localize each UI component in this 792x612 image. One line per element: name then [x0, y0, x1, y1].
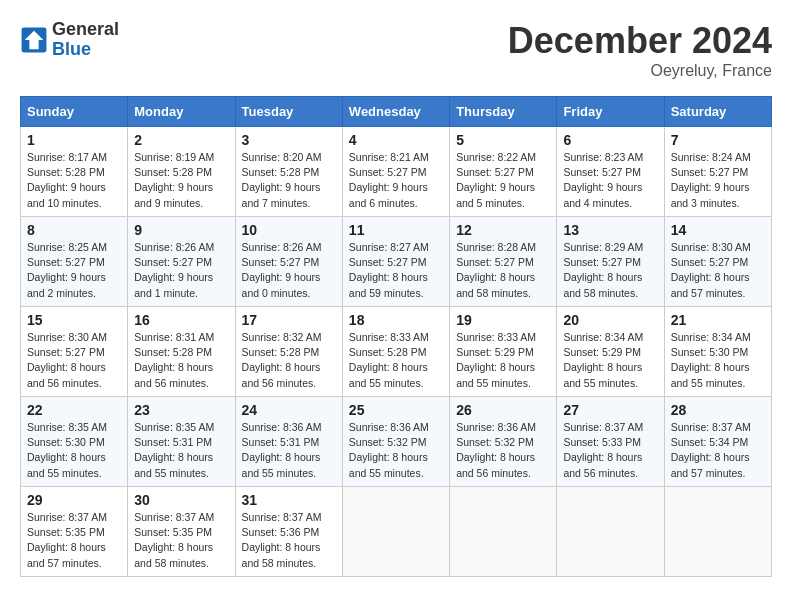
calendar-week-row: 1Sunrise: 8:17 AMSunset: 5:28 PMDaylight…: [21, 127, 772, 217]
day-number: 7: [671, 132, 765, 148]
day-detail: Sunrise: 8:22 AMSunset: 5:27 PMDaylight:…: [456, 150, 550, 211]
calendar-cell: 29Sunrise: 8:37 AMSunset: 5:35 PMDayligh…: [21, 487, 128, 577]
day-number: 17: [242, 312, 336, 328]
calendar-table: SundayMondayTuesdayWednesdayThursdayFrid…: [20, 96, 772, 577]
calendar-cell: 13Sunrise: 8:29 AMSunset: 5:27 PMDayligh…: [557, 217, 664, 307]
page-header: General Blue December 2024 Oeyreluy, Fra…: [20, 20, 772, 80]
day-number: 26: [456, 402, 550, 418]
day-detail: Sunrise: 8:30 AMSunset: 5:27 PMDaylight:…: [27, 330, 121, 391]
logo-blue-label: Blue: [52, 40, 119, 60]
day-detail: Sunrise: 8:28 AMSunset: 5:27 PMDaylight:…: [456, 240, 550, 301]
calendar-cell: 20Sunrise: 8:34 AMSunset: 5:29 PMDayligh…: [557, 307, 664, 397]
day-detail: Sunrise: 8:35 AMSunset: 5:30 PMDaylight:…: [27, 420, 121, 481]
day-detail: Sunrise: 8:37 AMSunset: 5:36 PMDaylight:…: [242, 510, 336, 571]
calendar-week-row: 29Sunrise: 8:37 AMSunset: 5:35 PMDayligh…: [21, 487, 772, 577]
day-detail: Sunrise: 8:26 AMSunset: 5:27 PMDaylight:…: [134, 240, 228, 301]
day-detail: Sunrise: 8:24 AMSunset: 5:27 PMDaylight:…: [671, 150, 765, 211]
calendar-cell: 8Sunrise: 8:25 AMSunset: 5:27 PMDaylight…: [21, 217, 128, 307]
calendar-cell: 18Sunrise: 8:33 AMSunset: 5:28 PMDayligh…: [342, 307, 449, 397]
calendar-cell: 21Sunrise: 8:34 AMSunset: 5:30 PMDayligh…: [664, 307, 771, 397]
calendar-cell: [450, 487, 557, 577]
day-number: 18: [349, 312, 443, 328]
weekday-header-saturday: Saturday: [664, 97, 771, 127]
day-detail: Sunrise: 8:37 AMSunset: 5:35 PMDaylight:…: [27, 510, 121, 571]
weekday-header-monday: Monday: [128, 97, 235, 127]
weekday-header-friday: Friday: [557, 97, 664, 127]
calendar-cell: 4Sunrise: 8:21 AMSunset: 5:27 PMDaylight…: [342, 127, 449, 217]
calendar-cell: 19Sunrise: 8:33 AMSunset: 5:29 PMDayligh…: [450, 307, 557, 397]
calendar-cell: [557, 487, 664, 577]
day-detail: Sunrise: 8:31 AMSunset: 5:28 PMDaylight:…: [134, 330, 228, 391]
day-detail: Sunrise: 8:33 AMSunset: 5:29 PMDaylight:…: [456, 330, 550, 391]
day-number: 9: [134, 222, 228, 238]
calendar-week-row: 8Sunrise: 8:25 AMSunset: 5:27 PMDaylight…: [21, 217, 772, 307]
calendar-cell: 6Sunrise: 8:23 AMSunset: 5:27 PMDaylight…: [557, 127, 664, 217]
day-detail: Sunrise: 8:21 AMSunset: 5:27 PMDaylight:…: [349, 150, 443, 211]
day-detail: Sunrise: 8:20 AMSunset: 5:28 PMDaylight:…: [242, 150, 336, 211]
logo-icon: [20, 26, 48, 54]
day-number: 3: [242, 132, 336, 148]
day-number: 14: [671, 222, 765, 238]
calendar-cell: 10Sunrise: 8:26 AMSunset: 5:27 PMDayligh…: [235, 217, 342, 307]
day-number: 4: [349, 132, 443, 148]
calendar-cell: 16Sunrise: 8:31 AMSunset: 5:28 PMDayligh…: [128, 307, 235, 397]
calendar-cell: 26Sunrise: 8:36 AMSunset: 5:32 PMDayligh…: [450, 397, 557, 487]
title-area: December 2024 Oeyreluy, France: [508, 20, 772, 80]
day-number: 12: [456, 222, 550, 238]
logo: General Blue: [20, 20, 119, 60]
day-detail: Sunrise: 8:25 AMSunset: 5:27 PMDaylight:…: [27, 240, 121, 301]
day-detail: Sunrise: 8:23 AMSunset: 5:27 PMDaylight:…: [563, 150, 657, 211]
day-number: 8: [27, 222, 121, 238]
calendar-week-row: 15Sunrise: 8:30 AMSunset: 5:27 PMDayligh…: [21, 307, 772, 397]
day-detail: Sunrise: 8:36 AMSunset: 5:32 PMDaylight:…: [349, 420, 443, 481]
calendar-cell: 23Sunrise: 8:35 AMSunset: 5:31 PMDayligh…: [128, 397, 235, 487]
weekday-header-sunday: Sunday: [21, 97, 128, 127]
calendar-cell: 11Sunrise: 8:27 AMSunset: 5:27 PMDayligh…: [342, 217, 449, 307]
day-number: 2: [134, 132, 228, 148]
day-number: 13: [563, 222, 657, 238]
calendar-cell: 12Sunrise: 8:28 AMSunset: 5:27 PMDayligh…: [450, 217, 557, 307]
day-detail: Sunrise: 8:30 AMSunset: 5:27 PMDaylight:…: [671, 240, 765, 301]
day-detail: Sunrise: 8:36 AMSunset: 5:31 PMDaylight:…: [242, 420, 336, 481]
logo-general-label: General: [52, 20, 119, 40]
calendar-cell: 31Sunrise: 8:37 AMSunset: 5:36 PMDayligh…: [235, 487, 342, 577]
day-detail: Sunrise: 8:26 AMSunset: 5:27 PMDaylight:…: [242, 240, 336, 301]
day-detail: Sunrise: 8:34 AMSunset: 5:30 PMDaylight:…: [671, 330, 765, 391]
day-number: 25: [349, 402, 443, 418]
calendar-cell: 1Sunrise: 8:17 AMSunset: 5:28 PMDaylight…: [21, 127, 128, 217]
calendar-cell: 3Sunrise: 8:20 AMSunset: 5:28 PMDaylight…: [235, 127, 342, 217]
calendar-cell: 15Sunrise: 8:30 AMSunset: 5:27 PMDayligh…: [21, 307, 128, 397]
day-detail: Sunrise: 8:37 AMSunset: 5:35 PMDaylight:…: [134, 510, 228, 571]
day-detail: Sunrise: 8:17 AMSunset: 5:28 PMDaylight:…: [27, 150, 121, 211]
day-detail: Sunrise: 8:37 AMSunset: 5:34 PMDaylight:…: [671, 420, 765, 481]
day-number: 27: [563, 402, 657, 418]
day-number: 30: [134, 492, 228, 508]
calendar-cell: 14Sunrise: 8:30 AMSunset: 5:27 PMDayligh…: [664, 217, 771, 307]
calendar-cell: 25Sunrise: 8:36 AMSunset: 5:32 PMDayligh…: [342, 397, 449, 487]
calendar-cell: 17Sunrise: 8:32 AMSunset: 5:28 PMDayligh…: [235, 307, 342, 397]
day-number: 29: [27, 492, 121, 508]
day-number: 28: [671, 402, 765, 418]
calendar-cell: 24Sunrise: 8:36 AMSunset: 5:31 PMDayligh…: [235, 397, 342, 487]
calendar-cell: [342, 487, 449, 577]
calendar-cell: 22Sunrise: 8:35 AMSunset: 5:30 PMDayligh…: [21, 397, 128, 487]
day-number: 23: [134, 402, 228, 418]
day-detail: Sunrise: 8:27 AMSunset: 5:27 PMDaylight:…: [349, 240, 443, 301]
calendar-cell: 5Sunrise: 8:22 AMSunset: 5:27 PMDaylight…: [450, 127, 557, 217]
day-detail: Sunrise: 8:19 AMSunset: 5:28 PMDaylight:…: [134, 150, 228, 211]
calendar-cell: 28Sunrise: 8:37 AMSunset: 5:34 PMDayligh…: [664, 397, 771, 487]
day-number: 5: [456, 132, 550, 148]
day-number: 19: [456, 312, 550, 328]
day-detail: Sunrise: 8:32 AMSunset: 5:28 PMDaylight:…: [242, 330, 336, 391]
calendar-cell: 7Sunrise: 8:24 AMSunset: 5:27 PMDaylight…: [664, 127, 771, 217]
logo-text: General Blue: [52, 20, 119, 60]
day-number: 16: [134, 312, 228, 328]
weekday-header-wednesday: Wednesday: [342, 97, 449, 127]
location-title: Oeyreluy, France: [508, 62, 772, 80]
day-number: 1: [27, 132, 121, 148]
calendar-week-row: 22Sunrise: 8:35 AMSunset: 5:30 PMDayligh…: [21, 397, 772, 487]
day-number: 24: [242, 402, 336, 418]
day-detail: Sunrise: 8:35 AMSunset: 5:31 PMDaylight:…: [134, 420, 228, 481]
calendar-body: 1Sunrise: 8:17 AMSunset: 5:28 PMDaylight…: [21, 127, 772, 577]
calendar-cell: 27Sunrise: 8:37 AMSunset: 5:33 PMDayligh…: [557, 397, 664, 487]
